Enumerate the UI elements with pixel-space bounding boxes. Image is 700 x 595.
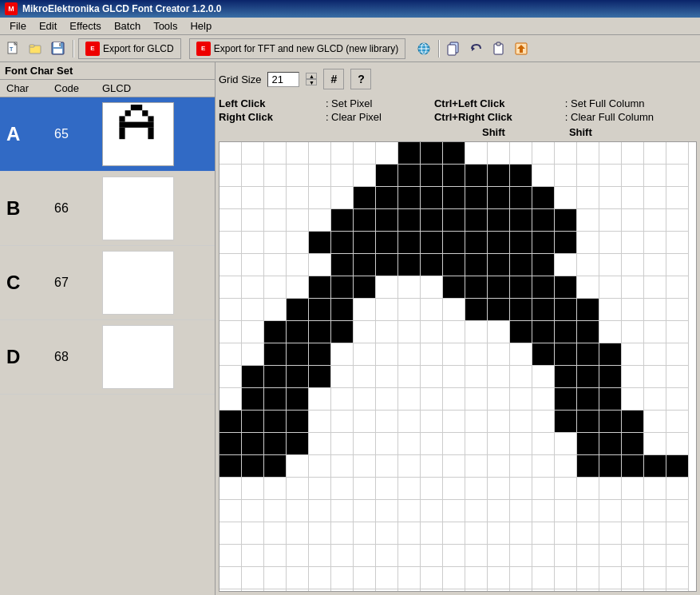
grid-cell[interactable]	[555, 276, 577, 299]
grid-cell[interactable]	[622, 388, 644, 411]
grid-cell[interactable]	[264, 478, 287, 500]
grid-cell[interactable]	[622, 165, 644, 187]
grid-cell[interactable]	[599, 299, 622, 321]
grid-cell[interactable]	[242, 567, 264, 589]
grid-cell[interactable]	[465, 343, 488, 366]
grid-cell[interactable]	[242, 187, 264, 209]
grid-cell[interactable]	[532, 433, 555, 455]
grid-cell[interactable]	[465, 187, 488, 209]
grid-cell[interactable]	[287, 455, 309, 478]
grid-cell[interactable]	[465, 589, 488, 592]
grid-cell[interactable]	[532, 567, 555, 589]
grid-cell[interactable]	[443, 366, 465, 388]
grid-cell[interactable]	[443, 187, 465, 209]
grid-cell[interactable]	[242, 321, 264, 343]
grid-cell[interactable]	[354, 500, 376, 522]
grid-cell[interactable]	[354, 478, 376, 500]
grid-cell[interactable]	[398, 500, 421, 522]
grid-cell[interactable]	[465, 276, 488, 299]
grid-cell[interactable]	[354, 232, 376, 254]
grid-cell[interactable]	[354, 522, 376, 545]
grid-cell[interactable]	[354, 321, 376, 343]
grid-cell[interactable]	[287, 343, 309, 366]
grid-cell[interactable]	[644, 366, 666, 388]
grid-cell[interactable]	[510, 567, 532, 589]
grid-cell[interactable]	[510, 433, 532, 455]
grid-cell[interactable]	[599, 209, 622, 232]
grid-cell[interactable]	[264, 433, 287, 455]
grid-cell[interactable]	[242, 388, 264, 411]
grid-cell[interactable]	[331, 187, 354, 209]
grid-cell[interactable]	[398, 388, 421, 411]
grid-cell[interactable]	[219, 165, 242, 187]
grid-cell[interactable]	[465, 254, 488, 276]
grid-cell[interactable]	[510, 522, 532, 545]
grid-cell[interactable]	[376, 478, 398, 500]
grid-cell[interactable]	[599, 545, 622, 567]
grid-cell[interactable]	[666, 165, 689, 187]
grid-cell[interactable]	[532, 500, 555, 522]
grid-cell[interactable]	[421, 366, 443, 388]
grid-cell[interactable]	[309, 209, 331, 232]
grid-cell[interactable]	[488, 433, 510, 455]
grid-cell[interactable]	[398, 478, 421, 500]
grid-cell[interactable]	[532, 545, 555, 567]
grid-cell[interactable]	[644, 232, 666, 254]
grid-cell[interactable]	[354, 276, 376, 299]
grid-cell[interactable]	[354, 411, 376, 433]
grid-cell[interactable]	[287, 299, 309, 321]
grid-cell[interactable]	[465, 500, 488, 522]
char-row-c[interactable]: C 67	[0, 246, 215, 320]
grid-cell[interactable]	[577, 589, 599, 592]
grid-cell[interactable]	[354, 299, 376, 321]
grid-cell[interactable]	[622, 142, 644, 165]
grid-cell[interactable]	[532, 343, 555, 366]
grid-cell[interactable]	[666, 478, 689, 500]
grid-cell[interactable]	[666, 500, 689, 522]
toolbar-open-btn[interactable]	[26, 38, 46, 59]
grid-cell[interactable]	[264, 343, 287, 366]
grid-cell[interactable]	[219, 500, 242, 522]
grid-cell[interactable]	[354, 388, 376, 411]
grid-cell[interactable]	[287, 165, 309, 187]
grid-cell[interactable]	[421, 165, 443, 187]
grid-cell[interactable]	[465, 321, 488, 343]
grid-cell[interactable]	[354, 187, 376, 209]
grid-cell[interactable]	[287, 500, 309, 522]
grid-cell[interactable]	[577, 567, 599, 589]
grid-cell[interactable]	[465, 545, 488, 567]
grid-cell[interactable]	[555, 522, 577, 545]
grid-cell[interactable]	[622, 433, 644, 455]
grid-cell[interactable]	[510, 343, 532, 366]
grid-cell[interactable]	[242, 522, 264, 545]
grid-cell[interactable]	[242, 209, 264, 232]
grid-cell[interactable]	[219, 522, 242, 545]
grid-cell[interactable]	[331, 232, 354, 254]
grid-cell[interactable]	[488, 299, 510, 321]
toolbar-undo-btn[interactable]	[466, 38, 487, 59]
grid-cell[interactable]	[488, 567, 510, 589]
grid-help-btn[interactable]: ?	[350, 69, 371, 89]
grid-cell[interactable]	[421, 455, 443, 478]
toolbar-paste-btn[interactable]	[488, 38, 509, 59]
grid-cell[interactable]	[242, 455, 264, 478]
grid-cell[interactable]	[510, 411, 532, 433]
grid-cell[interactable]	[443, 545, 465, 567]
grid-cell[interactable]	[287, 388, 309, 411]
grid-cell[interactable]	[644, 254, 666, 276]
grid-cell[interactable]	[465, 388, 488, 411]
grid-cell[interactable]	[577, 411, 599, 433]
toolbar-globe-btn[interactable]	[413, 38, 434, 59]
grid-cell[interactable]	[287, 545, 309, 567]
grid-cell[interactable]	[219, 567, 242, 589]
grid-cell[interactable]	[599, 165, 622, 187]
grid-cell[interactable]	[555, 321, 577, 343]
grid-cell[interactable]	[219, 433, 242, 455]
grid-cell[interactable]	[622, 366, 644, 388]
grid-cell[interactable]	[443, 343, 465, 366]
grid-cell[interactable]	[577, 254, 599, 276]
grid-cell[interactable]	[510, 232, 532, 254]
grid-cell[interactable]	[264, 366, 287, 388]
grid-cell[interactable]	[331, 299, 354, 321]
grid-cell[interactable]	[644, 343, 666, 366]
